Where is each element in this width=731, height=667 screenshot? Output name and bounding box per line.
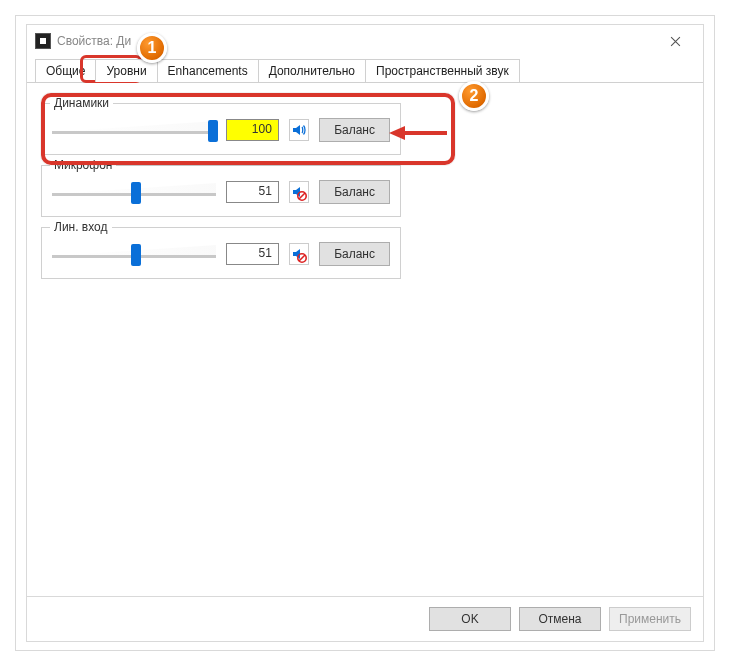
titlebar: Свойства: Ди — [27, 25, 703, 57]
group-speakers-label: Динамики — [50, 96, 113, 110]
app-icon — [35, 33, 51, 49]
close-button[interactable] — [655, 27, 695, 55]
apply-button[interactable]: Применить — [609, 607, 691, 631]
annotation-callout-1: 1 — [137, 33, 167, 63]
slider-track — [52, 131, 216, 133]
speakers-balance-button[interactable]: Баланс — [319, 118, 390, 142]
linein-value[interactable]: 51 — [226, 243, 278, 265]
speakers-row: 100 Баланс — [52, 118, 390, 142]
tab-spatial[interactable]: Пространственный звук — [365, 59, 520, 82]
group-microphone: Микрофон 51 — [41, 165, 401, 217]
speakers-value[interactable]: 100 — [226, 119, 278, 141]
no-entry-icon — [297, 253, 307, 263]
linein-row: 51 Баланс — [52, 242, 390, 266]
group-linein-label: Лин. вход — [50, 220, 112, 234]
microphone-mute-button[interactable] — [289, 181, 309, 203]
microphone-row: 51 Баланс — [52, 180, 390, 204]
svg-line-1 — [299, 193, 305, 199]
dialog-footer: OK Отмена Применить — [27, 596, 703, 641]
no-entry-icon — [297, 191, 307, 201]
linein-balance-button[interactable]: Баланс — [319, 242, 390, 266]
svg-marker-5 — [389, 126, 405, 140]
group-linein: Лин. вход 51 — [41, 227, 401, 279]
speaker-icon — [291, 122, 307, 138]
window-title: Свойства: Ди — [57, 34, 131, 48]
speakers-slider[interactable] — [52, 118, 216, 142]
ok-button[interactable]: OK — [429, 607, 511, 631]
annotation-callout-2: 2 — [459, 81, 489, 111]
close-icon — [670, 36, 681, 47]
microphone-value[interactable]: 51 — [226, 181, 278, 203]
tab-content-levels: Динамики 100 Бала — [27, 83, 703, 596]
group-speakers: Динамики 100 Бала — [41, 103, 401, 155]
tab-enhancements[interactable]: Enhancements — [157, 59, 259, 82]
slider-thumb[interactable] — [131, 182, 141, 204]
screenshot-frame: Свойства: Ди Общие Уровни Enhancements Д… — [15, 15, 715, 651]
slider-thumb[interactable] — [131, 244, 141, 266]
tab-advanced[interactable]: Дополнительно — [258, 59, 366, 82]
linein-mute-button[interactable] — [289, 243, 309, 265]
speakers-mute-button[interactable] — [289, 119, 309, 141]
properties-dialog: Свойства: Ди Общие Уровни Enhancements Д… — [26, 24, 704, 642]
tab-general[interactable]: Общие — [35, 59, 96, 82]
annotation-arrow — [389, 123, 449, 143]
microphone-slider[interactable] — [52, 180, 216, 204]
tab-strip: Общие Уровни Enhancements Дополнительно … — [27, 57, 703, 83]
slider-thumb[interactable] — [208, 120, 218, 142]
microphone-balance-button[interactable]: Баланс — [319, 180, 390, 204]
cancel-button[interactable]: Отмена — [519, 607, 601, 631]
svg-line-3 — [299, 255, 305, 261]
linein-slider[interactable] — [52, 242, 216, 266]
group-microphone-label: Микрофон — [50, 158, 116, 172]
